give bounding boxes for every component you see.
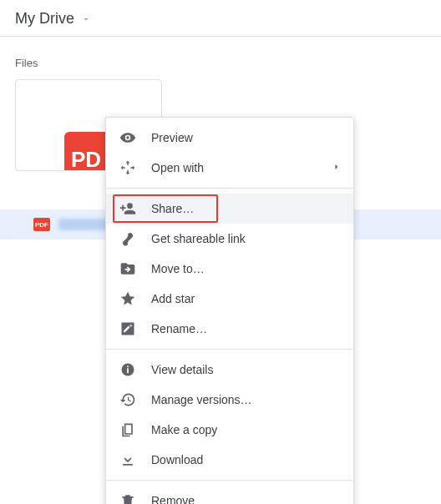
menu-label: Add star [151, 292, 195, 305]
menu-item-remove[interactable]: Remove [106, 486, 353, 504]
menu-item-open-with[interactable]: Open with [106, 153, 353, 183]
menu-separator [106, 480, 353, 481]
menu-label: Open with [151, 161, 204, 174]
file-context-menu: Preview Open with Share… Get shareable l… [105, 117, 354, 504]
menu-label: View details [151, 363, 213, 376]
svg-rect-1 [127, 368, 129, 373]
eye-icon [119, 129, 136, 146]
chevron-right-icon [332, 161, 342, 174]
menu-label: Preview [151, 131, 193, 144]
menu-item-share[interactable]: Share… [106, 194, 353, 224]
copy-icon [119, 421, 136, 438]
menu-item-move-to[interactable]: Move to… [106, 254, 353, 284]
menu-separator [106, 349, 353, 350]
link-icon [119, 230, 136, 247]
menu-item-rename[interactable]: Rename… [106, 314, 353, 344]
history-icon [119, 391, 136, 408]
menu-item-view-details[interactable]: View details [106, 355, 353, 385]
menu-item-preview[interactable]: Preview [106, 123, 353, 153]
menu-label: Manage versions… [151, 393, 252, 406]
menu-item-download[interactable]: Download [106, 445, 353, 475]
menu-item-add-star[interactable]: Add star [106, 284, 353, 314]
menu-separator [106, 188, 353, 189]
menu-item-manage-versions[interactable]: Manage versions… [106, 385, 353, 415]
trash-icon [119, 492, 136, 504]
menu-item-get-link[interactable]: Get shareable link [106, 224, 353, 254]
menu-label: Share… [151, 202, 194, 215]
star-icon [119, 290, 136, 307]
pencil-icon [119, 320, 136, 337]
info-icon [119, 361, 136, 378]
pdf-icon: PDF [33, 218, 50, 231]
menu-label: Get shareable link [151, 232, 246, 245]
menu-label: Make a copy [151, 423, 217, 436]
location-breadcrumb[interactable]: My Drive [0, 0, 441, 37]
menu-item-make-copy[interactable]: Make a copy [106, 415, 353, 445]
person-add-icon [119, 200, 136, 217]
open-with-icon [119, 159, 136, 176]
folder-move-icon [119, 260, 136, 277]
menu-label: Rename… [151, 322, 207, 335]
chevron-down-icon [81, 14, 91, 24]
section-label-files: Files [0, 37, 441, 79]
menu-label: Move to… [151, 262, 205, 275]
svg-rect-2 [127, 365, 129, 367]
menu-label: Remove [151, 494, 195, 504]
page-title: My Drive [15, 10, 74, 28]
download-icon [119, 451, 136, 468]
menu-label: Download [151, 453, 203, 466]
